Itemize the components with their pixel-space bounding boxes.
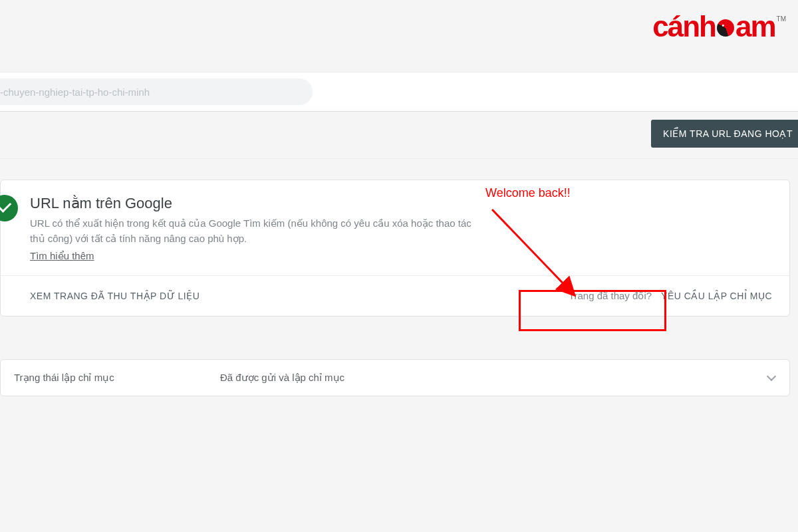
page-changed-label: Trang đã thay đổi? (569, 290, 652, 302)
chevron-down-icon[interactable] (767, 373, 776, 382)
coverage-label: Trạng thái lập chỉ mục (14, 372, 220, 384)
logo-text-left: cánh (652, 12, 716, 41)
learn-more-link[interactable]: Tìm hiểu thêm (30, 250, 94, 262)
status-description: URL có thể xuất hiện trong kết quả của G… (30, 216, 482, 246)
status-heading: URL nằm trên Google (30, 195, 482, 212)
coverage-row[interactable]: Trạng thái lập chỉ mục Đã được gửi và lậ… (0, 359, 790, 396)
test-live-url-button[interactable]: KIỂM TRA URL ĐANG HOẠT (651, 120, 798, 148)
logo-trademark: TM (777, 16, 786, 23)
success-check-icon (0, 195, 18, 221)
top-action-row: KIỂM TRA URL ĐANG HOẠT (0, 120, 798, 159)
url-input-bar: -chuyen-nghiep-tai-tp-ho-chi-minh (0, 72, 798, 112)
brand-logo: cánh am TM (652, 12, 786, 41)
url-fragment: -chuyen-nghiep-tai-tp-ho-chi-minh (0, 86, 150, 98)
logo-text-right: am (735, 12, 775, 41)
annotation-text: Welcome back!! (485, 186, 571, 200)
view-crawled-page-button[interactable]: XEM TRANG ĐÃ THU THẬP DỮ LIỆU (30, 291, 200, 301)
url-status-card: URL nằm trên Google URL có thể xuất hiện… (0, 180, 790, 317)
request-indexing-button[interactable]: YÊU CẦU LẬP CHỈ MỤC (660, 288, 773, 304)
logo-orb-icon (717, 19, 734, 37)
inspect-url-input[interactable]: -chuyen-nghiep-tai-tp-ho-chi-minh (0, 78, 313, 105)
coverage-value: Đã được gửi và lập chỉ mục (220, 372, 767, 384)
